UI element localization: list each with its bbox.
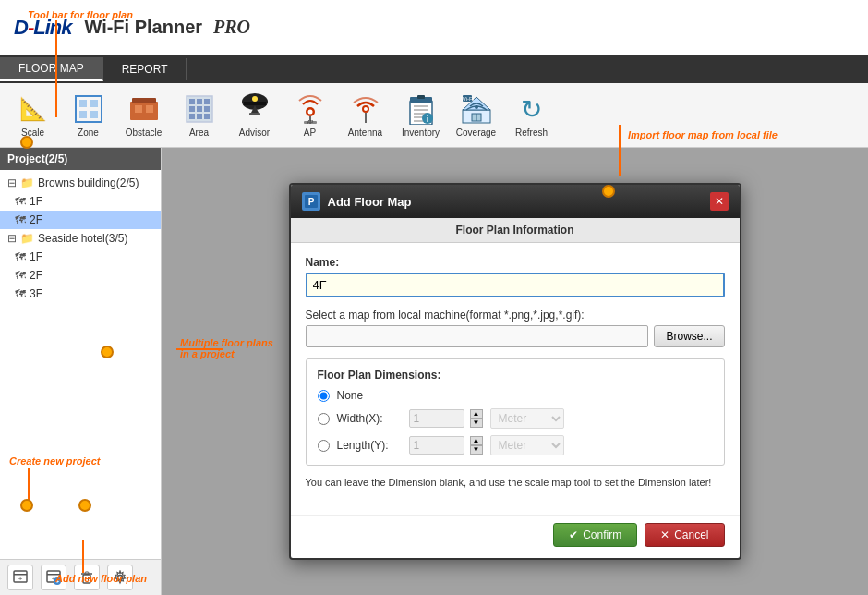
dimensions-section: Floor Plan Dimensions: None Width(X): <box>306 358 725 466</box>
app-header: D-Link Wi-Fi Planner PRO <box>0 0 868 55</box>
ap-label: AP <box>304 128 316 138</box>
file-path-input[interactable] <box>306 325 649 347</box>
tool-coverage[interactable]: Wi-Fi Coverage <box>451 88 501 142</box>
tool-scale[interactable]: 📐 Scale <box>7 88 58 142</box>
folder-icon: 📁 <box>20 176 34 189</box>
zone-icon <box>72 92 105 126</box>
cancel-label: Cancel <box>674 528 708 541</box>
none-radio[interactable] <box>318 390 330 402</box>
svg-rect-11 <box>197 99 202 104</box>
floor-plan-canvas: P Add Floor Map ✕ Floor Plan Information… <box>162 148 868 595</box>
marker-import <box>602 185 615 198</box>
sidebar-title: Project(2/5) <box>0 148 161 170</box>
tree-item-seaside-1f[interactable]: 🗺 1F <box>0 248 161 266</box>
tool-inventory[interactable]: i Inventory <box>395 88 446 142</box>
tool-obstacle[interactable]: Obstacle <box>118 88 169 142</box>
antenna-label: Antenna <box>348 128 382 138</box>
obstacle-label: Obstacle <box>126 128 162 138</box>
width-spin-down[interactable]: ▼ <box>470 419 483 428</box>
dimensions-title: Floor Plan Dimensions: <box>318 369 713 382</box>
brand-d: D <box>14 16 28 39</box>
tree-label-browns-2f: 2F <box>30 213 42 226</box>
svg-rect-2 <box>90 100 98 107</box>
area-label: Area <box>189 128 209 138</box>
area-icon <box>183 92 216 126</box>
modal-section-header: Floor Plan Information <box>291 218 740 243</box>
browse-button[interactable]: Browse... <box>654 325 724 347</box>
tool-advisor[interactable]: Advisor <box>229 88 280 142</box>
length-radio[interactable] <box>318 440 330 452</box>
file-label: Select a map from local machine(format *… <box>306 309 725 322</box>
hint-text: You can leave the Dimension blank, and u… <box>306 475 725 491</box>
confirm-button[interactable]: ✔ Confirm <box>553 523 637 547</box>
tab-bar: FLOOR MAP REPORT <box>0 55 868 83</box>
svg-rect-4 <box>90 111 98 118</box>
modal-close-button[interactable]: ✕ <box>710 192 729 211</box>
length-spinner: ▲ ▼ <box>470 436 483 455</box>
tree-label-seaside-1f: 1F <box>30 250 42 263</box>
floor-icon-3: 🗺 <box>15 250 26 263</box>
expand-icon: ⊟ <box>7 176 17 189</box>
svg-point-23 <box>252 96 258 102</box>
name-label: Name: <box>306 256 725 269</box>
coverage-label: Coverage <box>456 128 496 138</box>
project-sidebar: Project(2/5) ⊟ 📁 Browns building(2/5) 🗺 … <box>0 148 162 595</box>
length-spin-up[interactable]: ▲ <box>470 436 483 445</box>
tool-zone[interactable]: Zone <box>63 88 114 142</box>
tree-label-browns: Browns building(2/5) <box>38 176 139 189</box>
width-input[interactable] <box>409 409 464 428</box>
svg-rect-8 <box>146 105 153 113</box>
svg-rect-22 <box>249 113 260 115</box>
tab-report[interactable]: REPORT <box>103 58 187 80</box>
length-option: Length(Y): ▲ ▼ Meter Feet <box>318 435 713 455</box>
length-spin-down[interactable]: ▼ <box>470 445 483 455</box>
svg-rect-10 <box>189 99 195 104</box>
file-form-group: Select a map from local machine(format *… <box>306 309 725 347</box>
width-radio[interactable] <box>318 413 330 425</box>
floor-icon-5: 🗺 <box>15 287 26 300</box>
tree-item-browns[interactable]: ⊟ 📁 Browns building(2/5) <box>0 174 161 192</box>
svg-rect-39 <box>417 95 425 99</box>
floor-icon-4: 🗺 <box>15 269 26 282</box>
tree-item-browns-2f[interactable]: 🗺 2F <box>0 211 161 229</box>
tree-item-seaside-2f[interactable]: 🗺 2F <box>0 266 161 285</box>
length-label: Length(Y): <box>337 439 402 452</box>
svg-rect-1 <box>79 100 87 107</box>
tool-refresh[interactable]: ↻ Refresh <box>506 88 557 142</box>
marker-create-project <box>20 499 33 512</box>
length-input[interactable] <box>409 436 464 455</box>
tree-item-seaside[interactable]: ⊟ 📁 Seaside hotel(3/5) <box>0 229 161 248</box>
svg-rect-3 <box>79 111 87 118</box>
width-option: Width(X): ▲ ▼ Meter Feet <box>318 408 713 429</box>
svg-text:Wi-Fi: Wi-Fi <box>461 96 474 102</box>
file-select-group: Browse... <box>306 325 725 347</box>
add-project-button[interactable]: + <box>7 565 33 590</box>
length-unit-select[interactable]: Meter Feet <box>490 435 564 455</box>
confirm-checkmark: ✔ <box>569 528 578 541</box>
tree-item-seaside-3f[interactable]: 🗺 3F <box>0 285 161 303</box>
svg-text:+: + <box>18 575 23 583</box>
tab-floor-map[interactable]: FLOOR MAP <box>0 57 103 81</box>
cancel-button[interactable]: ✕ Cancel <box>645 523 724 547</box>
tree-label-seaside-3f: 3F <box>30 287 42 300</box>
svg-rect-6 <box>132 98 156 103</box>
width-spin-up[interactable]: ▲ <box>470 409 483 419</box>
tree-label-seaside-2f: 2F <box>30 269 42 282</box>
none-option: None <box>318 389 713 402</box>
width-unit-select[interactable]: Meter Feet <box>490 408 564 429</box>
annotation-import: Import floor map from local file <box>628 129 778 140</box>
annotation-add-floor: Add new floor plan <box>55 573 147 584</box>
svg-rect-14 <box>197 106 202 112</box>
tool-ap[interactable]: AP AP <box>284 88 335 142</box>
name-input[interactable] <box>306 273 725 298</box>
svg-text:AP: AP <box>307 119 313 125</box>
marker-add-floor <box>78 499 91 512</box>
floor-icon-2: 🗺 <box>15 213 26 226</box>
modal-footer: ✔ Confirm ✕ Cancel <box>291 515 740 558</box>
advisor-icon <box>238 92 271 126</box>
tool-antenna[interactable]: Antenna <box>340 88 391 142</box>
tree-item-browns-1f[interactable]: 🗺 1F <box>0 192 161 211</box>
svg-rect-15 <box>204 106 210 112</box>
tool-area[interactable]: Area <box>174 88 224 142</box>
zone-label: Zone <box>78 128 99 138</box>
